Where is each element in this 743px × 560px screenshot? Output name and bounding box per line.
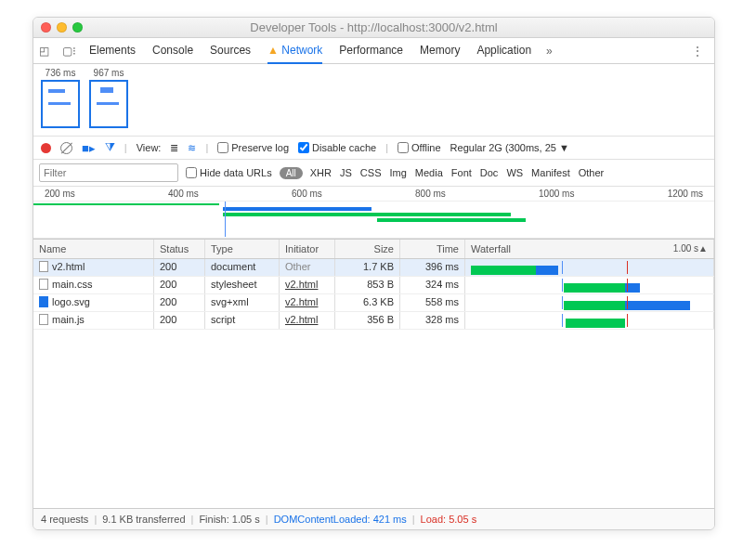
table-row[interactable]: logo.svg 200 svg+xml v2.html 6.3 KB 558 … (33, 294, 714, 312)
panel-tabs: ◰ ▢⁝ Elements Console Sources ▲ Network … (33, 38, 714, 64)
inspect-icon[interactable]: ◰ (39, 45, 49, 58)
col-size[interactable]: Size (335, 240, 400, 258)
tab-console[interactable]: Console (152, 38, 193, 64)
close-icon[interactable] (41, 22, 51, 33)
filmstrip-frame-1[interactable]: 967 ms (89, 68, 128, 128)
col-name[interactable]: Name (33, 240, 154, 258)
frame-time: 967 ms (94, 68, 124, 78)
frame-time: 736 ms (46, 68, 76, 78)
throttle-select[interactable]: Regular 2G (300ms, 25 ▼ (450, 142, 569, 153)
table-row[interactable]: main.js 200 script v2.html 356 B 328 ms (33, 312, 714, 330)
tabs: Elements Console Sources ▲ Network Perfo… (89, 38, 531, 64)
filter-input[interactable] (39, 163, 178, 182)
filter-font[interactable]: Font (451, 167, 472, 178)
filter-all[interactable]: All (280, 167, 303, 179)
tab-performance[interactable]: Performance (339, 38, 403, 64)
status-bar: 4 requests| 9.1 KB transferred| Finish: … (33, 508, 714, 529)
filter-js[interactable]: JS (340, 167, 352, 178)
camera-icon[interactable]: ■▸ (82, 141, 96, 155)
network-controls: ■▸ ⧩ | View: ≣ ≋ | Preserve log Disable … (33, 137, 714, 160)
col-time[interactable]: Time (400, 240, 465, 258)
view-label: View: (137, 142, 162, 153)
device-icon[interactable]: ▢⁝ (62, 45, 76, 58)
status-requests: 4 requests (41, 514, 88, 525)
hide-data-urls-checkbox[interactable]: Hide data URLs (186, 167, 272, 178)
table-row[interactable]: main.css 200 stylesheet v2.html 853 B 32… (33, 277, 714, 294)
tab-memory[interactable]: Memory (420, 38, 460, 64)
filmstrip-frame-0[interactable]: 736 ms (41, 68, 80, 128)
filter-doc[interactable]: Doc (480, 167, 499, 178)
filter-icon[interactable]: ⧩ (105, 140, 115, 155)
disable-cache-checkbox[interactable]: Disable cache (298, 142, 376, 153)
filter-other[interactable]: Other (579, 167, 605, 178)
zoom-icon[interactable] (72, 22, 83, 33)
table-row[interactable]: v2.html 200 document Other 1.7 KB 396 ms (33, 259, 714, 277)
minimize-icon[interactable] (57, 22, 67, 33)
record-icon[interactable] (41, 143, 51, 153)
filter-ws[interactable]: WS (506, 167, 523, 178)
titlebar: Developer Tools - http://localhost:3000/… (33, 18, 714, 38)
tab-application[interactable]: Application (476, 38, 531, 64)
status-dcl: DOMContentLoaded: 421 ms (274, 514, 407, 525)
col-waterfall[interactable]: Waterfall1.00 s▲ (465, 240, 714, 258)
filter-xhr[interactable]: XHR (310, 167, 332, 178)
kebab-icon[interactable]: ⋮ (686, 45, 709, 58)
view-large-icon[interactable]: ≣ (170, 142, 178, 154)
filmstrip: 736 ms 967 ms (33, 64, 714, 137)
filter-img[interactable]: Img (389, 167, 406, 178)
status-transferred: 9.1 KB transferred (102, 514, 185, 525)
window-controls (41, 22, 83, 33)
tab-elements[interactable]: Elements (89, 38, 136, 64)
devtools-window: Developer Tools - http://localhost:3000/… (33, 17, 715, 530)
offline-checkbox[interactable]: Offline (398, 142, 441, 153)
table-header: Name Status Type Initiator Size Time Wat… (33, 239, 714, 259)
filter-media[interactable]: Media (415, 167, 443, 178)
timeline-overview[interactable]: 200 ms 400 ms 600 ms 800 ms 1000 ms 1200… (33, 187, 714, 239)
status-finish: Finish: 1.05 s (199, 514, 259, 525)
preserve-log-checkbox[interactable]: Preserve log (217, 142, 289, 153)
col-initiator[interactable]: Initiator (280, 240, 335, 258)
col-type[interactable]: Type (205, 240, 280, 258)
tab-sources[interactable]: Sources (210, 38, 251, 64)
status-load: Load: 5.05 s (421, 514, 477, 525)
filter-bar: Hide data URLs All XHR JS CSS Img Media … (33, 160, 714, 187)
window-title: Developer Tools - http://localhost:3000/… (250, 20, 497, 34)
filter-manifest[interactable]: Manifest (531, 167, 570, 178)
col-status[interactable]: Status (154, 240, 205, 258)
view-waterfall-icon[interactable]: ≋ (188, 142, 196, 154)
tab-network[interactable]: ▲ Network (267, 38, 322, 64)
more-tabs-icon[interactable]: » (546, 45, 553, 58)
clear-icon[interactable] (60, 142, 72, 154)
filter-css[interactable]: CSS (360, 167, 382, 178)
